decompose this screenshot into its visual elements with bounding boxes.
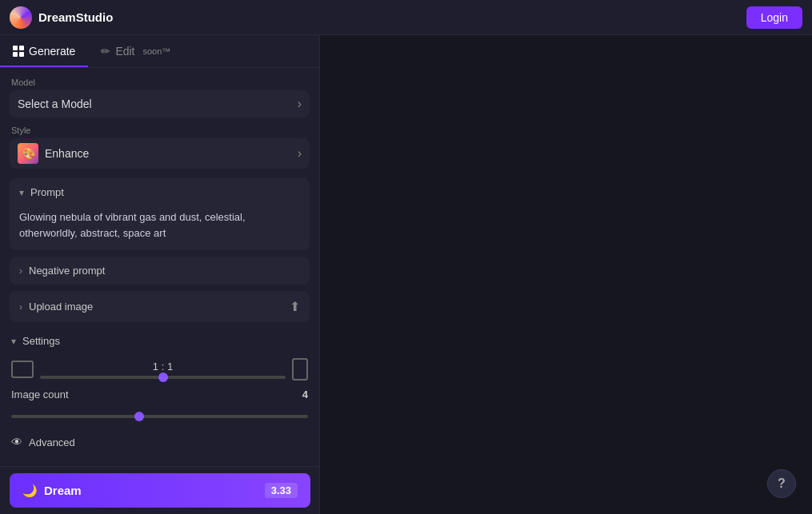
style-thumbnail: 🎨 (18, 143, 38, 164)
dream-left: 🌙 Dream (22, 484, 82, 498)
prompt-header[interactable]: ▾ Prompt (10, 178, 310, 206)
advanced-row[interactable]: 👁 Advanced (10, 431, 310, 453)
upload-left: › Upload image (19, 301, 93, 313)
negative-prompt-chevron-icon: › (19, 265, 22, 277)
image-count-slider[interactable] (11, 415, 308, 418)
advanced-label: Advanced (29, 436, 75, 448)
aspect-ratio-row: 1 : 1 (10, 358, 310, 381)
style-chevron-right-icon: › (298, 146, 302, 161)
upload-image-row[interactable]: › Upload image ⬆ (10, 291, 310, 322)
sidebar: Generate ✏ Edit soon™ Model Select a Mod… (0, 35, 320, 514)
main-area: ? (320, 35, 812, 514)
dream-button-container: 🌙 Dream 3.33 (0, 466, 320, 514)
aspect-icon-wide (11, 361, 34, 378)
style-emoji: 🎨 (22, 147, 35, 160)
image-count-section: Image count 4 (10, 388, 310, 421)
eye-icon: 👁 (11, 436, 22, 448)
login-button[interactable]: Login (746, 6, 802, 29)
settings-label: Settings (22, 335, 60, 347)
help-icon: ? (778, 476, 786, 491)
prompt-section: ▾ Prompt Glowing nebula of vibrant gas a… (10, 178, 310, 250)
upload-icon[interactable]: ⬆ (290, 299, 300, 314)
logo-text: DreamStudio (38, 10, 113, 24)
tab-generate[interactable]: Generate (0, 35, 88, 67)
model-selector[interactable]: Select a Model › (10, 90, 310, 118)
image-count-header: Image count 4 (11, 388, 308, 400)
aspect-slider-wrapper: 1 : 1 (40, 361, 286, 379)
negative-prompt-row[interactable]: › Negative prompt (10, 257, 310, 285)
help-button[interactable]: ? (767, 469, 796, 498)
dream-label: Dream (44, 484, 82, 497)
topbar: DreamStudio Login (0, 0, 812, 35)
prompt-header-label: Prompt (30, 186, 64, 198)
logo-icon (10, 6, 32, 29)
dream-icon: 🌙 (22, 484, 38, 498)
style-selected-label: Enhance (45, 147, 89, 160)
prompt-chevron-down-icon: ▾ (19, 187, 24, 198)
style-selector[interactable]: 🎨 Enhance › (10, 138, 310, 169)
aspect-ratio-value: 1 : 1 (153, 361, 173, 373)
tab-edit[interactable]: ✏ Edit soon™ (88, 35, 183, 67)
upload-image-label: Upload image (29, 301, 93, 313)
aspect-ratio-slider[interactable] (40, 376, 286, 379)
tab-generate-label: Generate (29, 45, 75, 58)
dream-button[interactable]: 🌙 Dream 3.33 (10, 473, 310, 508)
image-count-value: 4 (302, 388, 308, 400)
style-left: 🎨 Enhance (18, 143, 89, 164)
style-label: Style (10, 126, 310, 135)
prompt-text[interactable]: Glowing nebula of vibrant gas and dust, … (10, 206, 310, 250)
model-label: Model (10, 78, 310, 87)
model-chevron-right-icon: › (298, 97, 302, 111)
tab-row: Generate ✏ Edit soon™ (0, 35, 319, 68)
sidebar-content: Model Select a Model › Style 🎨 Enhance ›… (0, 68, 319, 514)
model-placeholder: Select a Model (18, 98, 92, 110)
dream-cost: 3.33 (265, 483, 298, 498)
settings-row[interactable]: ▾ Settings (10, 329, 310, 353)
negative-prompt-label: Negative prompt (29, 265, 105, 277)
edit-icon: ✏ (101, 45, 110, 58)
upload-chevron-icon: › (19, 301, 22, 313)
settings-chevron-down-icon: ▾ (11, 336, 16, 347)
image-count-label: Image count (11, 388, 69, 400)
logo: DreamStudio (10, 6, 113, 29)
grid-icon (13, 46, 24, 57)
tab-edit-badge: soon™ (143, 46, 171, 56)
tab-edit-label: Edit (115, 45, 134, 58)
aspect-icon-tall (292, 358, 308, 381)
